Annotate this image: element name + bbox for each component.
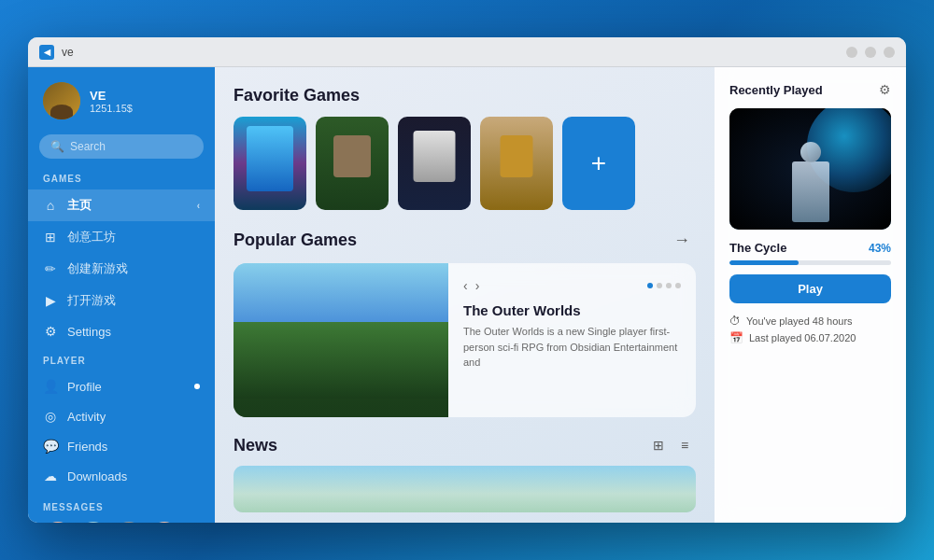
recently-played-header: Recently Played ⚙ bbox=[729, 82, 891, 97]
game-name-row: The Cycle 43% bbox=[729, 241, 891, 255]
sidebar-item-home[interactable]: ⌂ 主页 ‹ bbox=[28, 189, 215, 221]
messages-avatars bbox=[43, 522, 200, 523]
message-avatar-2[interactable] bbox=[78, 522, 108, 523]
hours-played-text: You've played 48 hours bbox=[746, 315, 853, 327]
sidebar-item-workshop[interactable]: ⊞ 创意工坊 bbox=[28, 221, 215, 253]
game-title: The Cycle bbox=[729, 241, 786, 255]
popular-game-image bbox=[234, 263, 448, 417]
popular-games-header: Popular Games → bbox=[234, 229, 696, 252]
settings-gear-button[interactable]: ⚙ bbox=[879, 82, 891, 97]
popular-games-title: Popular Games bbox=[234, 231, 357, 250]
next-game-button[interactable]: › bbox=[475, 278, 480, 293]
plus-icon: + bbox=[591, 148, 606, 178]
app-window: ◀ ve — □ ✕ VE 1251.15$ 🔍 bbox=[28, 37, 906, 523]
progress-fill bbox=[729, 260, 799, 265]
window-controls: — □ ✕ bbox=[846, 47, 895, 58]
workshop-icon: ⊞ bbox=[43, 230, 58, 245]
favorite-games-title: Favorite Games bbox=[234, 86, 696, 105]
astronaut-head bbox=[800, 142, 821, 162]
sidebar-item-label: Friends bbox=[67, 440, 107, 454]
recently-played-image bbox=[729, 108, 891, 230]
popular-game-description: The Outer Worlds is a new Single player … bbox=[463, 324, 681, 371]
sidebar-item-downloads[interactable]: ☁ Downloads bbox=[28, 461, 215, 491]
app-content: VE 1251.15$ 🔍 GAMES ⌂ 主页 ‹ ⊞ 创意工坊 ✏ 创建新游… bbox=[28, 67, 906, 523]
hours-played-stat: ⏱ You've played 48 hours bbox=[729, 315, 891, 328]
games-section-label: GAMES bbox=[28, 174, 215, 189]
sidebar-item-profile[interactable]: 👤 Profile bbox=[28, 371, 215, 401]
main-content: Favorite Games + Popular Games → bbox=[215, 67, 715, 523]
message-avatar-4[interactable] bbox=[149, 522, 179, 523]
prev-game-button[interactable]: ‹ bbox=[463, 278, 468, 293]
game-thumb-4[interactable] bbox=[480, 117, 553, 210]
message-avatar-1[interactable] bbox=[43, 522, 73, 523]
popular-nav: ‹ › bbox=[463, 278, 681, 293]
game-thumb-2[interactable] bbox=[316, 117, 389, 210]
list-view-button[interactable]: ≡ bbox=[673, 434, 696, 456]
dot-3 bbox=[666, 283, 672, 288]
progress-bar bbox=[729, 260, 891, 265]
user-info: VE 1251.15$ bbox=[90, 89, 133, 114]
home-icon: ⌂ bbox=[43, 198, 58, 213]
right-panel: Recently Played ⚙ The Cycle 43% Play ⏱ bbox=[715, 67, 906, 523]
news-header: News ⊞ ≡ bbox=[234, 434, 696, 456]
news-view-toggle: ⊞ ≡ bbox=[647, 434, 696, 456]
play-button[interactable]: Play bbox=[729, 274, 891, 303]
astronaut-figure bbox=[792, 161, 829, 222]
messages-label: MESSAGES bbox=[43, 502, 200, 512]
pencil-icon: ✏ bbox=[43, 261, 58, 276]
avatar bbox=[43, 82, 80, 119]
friends-icon: 💬 bbox=[43, 439, 58, 454]
user-section: VE 1251.15$ bbox=[28, 82, 215, 134]
last-played-text: Last played 06.07.2020 bbox=[749, 332, 856, 343]
dot-2 bbox=[657, 283, 662, 288]
notification-dot bbox=[194, 384, 200, 389]
activity-icon: ◎ bbox=[43, 409, 58, 424]
game-thumb-1[interactable] bbox=[234, 117, 306, 210]
popular-arrow-button[interactable]: → bbox=[668, 229, 696, 252]
sidebar: VE 1251.15$ 🔍 GAMES ⌂ 主页 ‹ ⊞ 创意工坊 ✏ 创建新游… bbox=[28, 67, 215, 523]
favorite-games-list: + bbox=[234, 117, 696, 210]
sidebar-item-activity[interactable]: ◎ Activity bbox=[28, 401, 215, 431]
play-icon: ▶ bbox=[43, 293, 58, 308]
dot-4 bbox=[675, 283, 681, 288]
sidebar-item-label: Downloads bbox=[67, 469, 127, 483]
minimize-button[interactable]: — bbox=[846, 47, 857, 58]
player-section-label: PLAYER bbox=[28, 356, 215, 371]
close-button[interactable]: ✕ bbox=[884, 47, 895, 58]
game-dots bbox=[647, 283, 681, 288]
game-thumb-3[interactable] bbox=[398, 117, 471, 210]
sidebar-item-opengame[interactable]: ▶ 打开游戏 bbox=[28, 285, 215, 316]
message-avatar-3[interactable] bbox=[114, 522, 144, 523]
sidebar-item-label: 主页 bbox=[67, 197, 92, 214]
popular-game-title: The Outer Worlds bbox=[463, 302, 681, 318]
game-percent: 43% bbox=[869, 242, 891, 255]
window-title: ve bbox=[62, 46, 846, 59]
dot-1 bbox=[647, 283, 653, 288]
sidebar-item-settings[interactable]: ⚙ Settings bbox=[28, 316, 215, 346]
popular-game-info: ‹ › The Outer Worlds The Outer Worlds is… bbox=[448, 263, 696, 417]
sidebar-item-friends[interactable]: 💬 Friends bbox=[28, 431, 215, 461]
last-played-stat: 📅 Last played 06.07.2020 bbox=[729, 331, 891, 344]
search-bar[interactable]: 🔍 bbox=[39, 134, 204, 159]
avatar-image bbox=[43, 82, 80, 119]
grid-view-button[interactable]: ⊞ bbox=[647, 434, 670, 456]
news-card bbox=[234, 466, 696, 512]
search-icon: 🔍 bbox=[50, 140, 64, 153]
game-stats: ⏱ You've played 48 hours 📅 Last played 0… bbox=[729, 315, 891, 344]
sidebar-item-label: Settings bbox=[67, 325, 111, 339]
profile-icon: 👤 bbox=[43, 379, 58, 394]
settings-icon: ⚙ bbox=[43, 324, 58, 339]
clock-icon: ⏱ bbox=[729, 315, 741, 328]
app-icon: ◀ bbox=[39, 45, 54, 60]
user-name: VE bbox=[90, 89, 133, 103]
calendar-icon: 📅 bbox=[729, 331, 743, 344]
sidebar-item-label: Profile bbox=[67, 380, 102, 394]
downloads-icon: ☁ bbox=[43, 469, 58, 483]
maximize-button[interactable]: □ bbox=[865, 47, 876, 58]
chevron-icon: ‹ bbox=[197, 201, 200, 211]
sidebar-item-newgame[interactable]: ✏ 创建新游戏 bbox=[28, 253, 215, 285]
sidebar-item-label: Activity bbox=[67, 410, 106, 424]
sidebar-item-label: 创意工坊 bbox=[67, 229, 116, 245]
search-input[interactable] bbox=[70, 140, 192, 153]
add-game-button[interactable]: + bbox=[562, 117, 635, 210]
